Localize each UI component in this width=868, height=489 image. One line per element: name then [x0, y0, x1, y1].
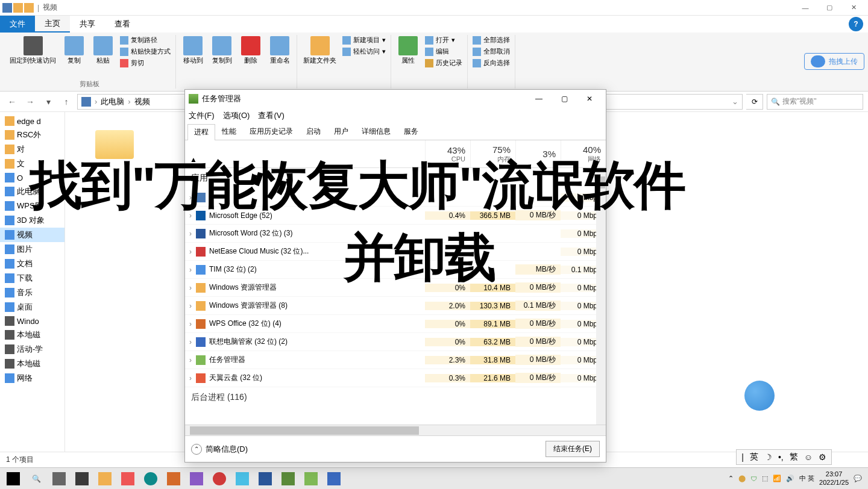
sidebar-item[interactable]: WPS网 [0, 199, 64, 213]
moon-icon[interactable]: ☽ [764, 452, 772, 462]
sidebar-item[interactable]: 下载 [0, 271, 64, 285]
tm-tab[interactable]: 用户 [327, 123, 355, 140]
search-input[interactable]: 🔍 搜索"视频" [767, 94, 863, 110]
delete-button[interactable]: 删除 [237, 35, 264, 66]
sidebar-item[interactable]: 文档 [0, 257, 64, 271]
tray-icon[interactable]: 🛡 [750, 475, 757, 482]
sidebar-item[interactable]: 桌面 [0, 300, 64, 314]
task-view-button[interactable] [48, 470, 70, 488]
tm-close-button[interactable]: ✕ [577, 90, 602, 107]
process-row[interactable]: ›联想电脑管家 (32 位) (2)0%63.2 MB0 MB/秒0 Mbps [185, 333, 606, 351]
select-none-button[interactable]: 全部取消 [471, 46, 511, 57]
tray-icon[interactable]: ⬤ [738, 475, 746, 482]
sidebar-item[interactable]: O [0, 171, 64, 184]
ribbon-tab-home[interactable]: 主页 [35, 16, 70, 33]
sidebar-item[interactable]: edge d [0, 114, 64, 128]
taskbar-explorer[interactable] [94, 470, 116, 488]
paste-shortcut-button[interactable]: 粘贴快捷方式 [119, 46, 172, 57]
tray-icon-volume[interactable]: 🔊 [786, 475, 794, 482]
tm-horizontal-scrollbar[interactable] [185, 425, 606, 435]
taskbar-app[interactable] [231, 470, 253, 488]
tm-tab[interactable]: 启动 [300, 123, 327, 140]
process-row[interactable]: ›任务管理器2.3%31.8 MB0 MB/秒0 Mbps [185, 351, 606, 369]
qat-icon[interactable] [24, 3, 34, 13]
sidebar-item[interactable]: 音乐 [0, 285, 64, 300]
process-row[interactable]: ›Microsoft Word (32 位) (3)0 Mbps [185, 225, 606, 243]
tm-tab[interactable]: 服务 [397, 123, 425, 140]
new-item-button[interactable]: 新建项目 ▾ [341, 35, 387, 45]
process-row[interactable]: ›Microsoft Edge (52)0.4%366.5 MB0 MB/秒0 … [185, 207, 606, 225]
copy-to-button[interactable]: 复制到 [209, 35, 235, 66]
taskbar-edge[interactable] [140, 470, 162, 488]
sidebar-item[interactable]: Windo [0, 314, 64, 328]
open-button[interactable]: 打开 ▾ [424, 35, 464, 45]
tm-vertical-scrollbar[interactable] [596, 168, 606, 425]
sidebar-item[interactable]: RSC外 [0, 128, 64, 142]
sidebar-item[interactable]: 文 [0, 157, 64, 171]
notifications-button[interactable]: 💬 [854, 475, 862, 482]
forward-button[interactable]: → [23, 95, 37, 109]
maximize-button[interactable]: ▢ [817, 0, 841, 16]
sidebar-item[interactable]: 对 [0, 142, 64, 157]
taskbar-app[interactable] [277, 470, 299, 488]
tray-icon-wifi[interactable]: 📶 [773, 475, 781, 482]
process-row[interactable]: ›TIM (32 位) (2)MB/秒0.1 Mbps [185, 261, 606, 279]
taskbar-app[interactable] [186, 470, 207, 488]
tm-tab[interactable]: 应用历史记录 [243, 123, 300, 140]
new-folder-button[interactable]: 新建文件夹 [301, 35, 339, 66]
taskbar-app[interactable] [71, 470, 93, 488]
sidebar-item[interactable]: 本地磁 [0, 328, 64, 342]
move-to-button[interactable]: 移动到 [180, 35, 206, 66]
taskbar-word[interactable] [254, 470, 276, 488]
edit-button[interactable]: 编辑 [424, 46, 464, 57]
tm-tab[interactable]: 进程 [187, 124, 215, 140]
rename-button[interactable]: 重命名 [266, 35, 293, 66]
tm-menu-view[interactable]: 查看(V) [258, 110, 284, 121]
tm-process-list[interactable]: 应用 ›0 Mbps›Microsoft Edge (52)0.4%366.5 … [185, 168, 606, 425]
history-button[interactable]: 历史记录 [424, 58, 464, 68]
ribbon-tab-view[interactable]: 查看 [105, 16, 140, 33]
sidebar-item[interactable]: 此电脑 [0, 184, 64, 199]
easy-access-button[interactable]: 轻松访问 ▾ [341, 46, 387, 57]
upload-button[interactable]: 拖拽上传 [804, 53, 864, 70]
ime-toolbar[interactable]: | 英 ☽ •, 繁 ☺ ⚙ [736, 449, 832, 465]
close-button[interactable]: ✕ [841, 0, 866, 16]
back-button[interactable]: ← [5, 95, 19, 109]
nav-tree[interactable]: edge dRSC外对文O此电脑WPS网3D 对象视频图片文档下载音乐桌面Win… [0, 112, 65, 452]
tm-menu-options[interactable]: 选项(O) [223, 110, 250, 121]
sidebar-item[interactable]: 活动-学 [0, 342, 64, 357]
sidebar-item[interactable]: 网络 [0, 371, 64, 385]
taskbar-wps[interactable] [163, 470, 184, 488]
ribbon-tab-share[interactable]: 共享 [70, 16, 105, 33]
ribbon-tab-file[interactable]: 文件 [0, 16, 35, 33]
help-button[interactable]: ? [849, 17, 863, 31]
process-row[interactable]: ›WPS Office (32 位) (4)0%89.1 MB0 MB/秒0 M… [185, 315, 606, 333]
tm-column-headers[interactable]: ▲ 43%CPU 75%内存 3% 40%网络 [185, 140, 606, 168]
copy-path-button[interactable]: 复制路径 [119, 35, 172, 45]
process-row[interactable]: ›Windows 资源管理器 (8)2.0%130.3 MB0.1 MB/秒0 … [185, 297, 606, 315]
qat-icon[interactable] [13, 3, 23, 13]
pin-button[interactable]: 固定到快速访问 [7, 35, 58, 66]
tm-menu-file[interactable]: 文件(F) [189, 110, 215, 121]
taskbar-netease[interactable] [209, 470, 230, 488]
copy-button[interactable]: 复制 [61, 35, 87, 66]
sidebar-item[interactable]: 视频 [0, 228, 64, 242]
folder-item[interactable] [95, 130, 134, 159]
tray-icon[interactable]: ⬚ [762, 475, 768, 482]
sidebar-item[interactable]: 3D 对象 [0, 213, 64, 228]
tm-tab[interactable]: 详细信息 [355, 123, 397, 140]
taskbar-app[interactable] [117, 470, 139, 488]
tm-titlebar[interactable]: 任务管理器 — ▢ ✕ [185, 90, 606, 108]
tm-maximize-button[interactable]: ▢ [552, 90, 577, 107]
properties-button[interactable]: 属性 [395, 35, 421, 66]
select-all-button[interactable]: 全部选择 [471, 35, 511, 45]
invert-selection-button[interactable]: 反向选择 [471, 58, 511, 68]
process-row[interactable]: ›Windows 资源管理器0%10.4 MB0 MB/秒0 Mbps [185, 279, 606, 297]
tm-minimize-button[interactable]: — [526, 90, 552, 107]
refresh-button[interactable]: ⟳ [746, 94, 763, 110]
taskbar-app[interactable] [323, 470, 345, 488]
floating-assistant-icon[interactable] [744, 381, 775, 411]
system-tray[interactable]: ⌃ ⬤ 🛡 ⬚ 📶 🔊 中 英 23:07 2022/1/25 💬 [725, 470, 866, 486]
sidebar-item[interactable]: 图片 [0, 242, 64, 257]
process-row[interactable]: ›NetEase Cloud Music (32 位)...0 Mbps [185, 243, 606, 261]
